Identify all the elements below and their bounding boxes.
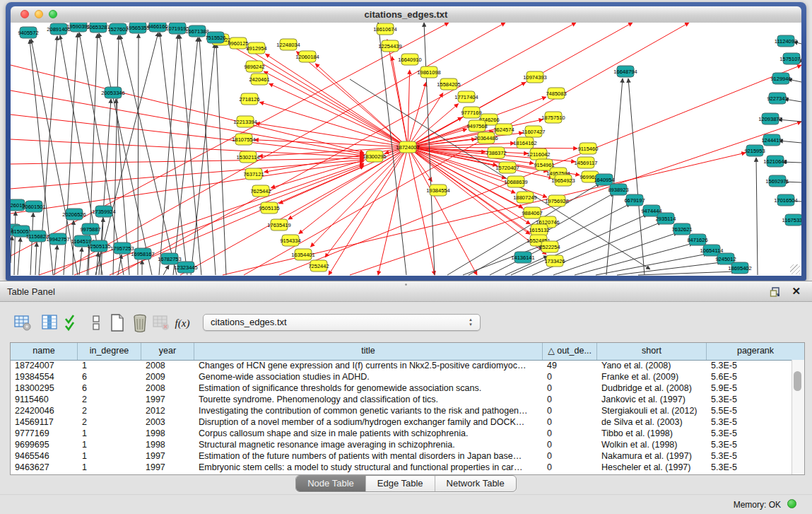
graph-edge-black[interactable] — [96, 252, 98, 275]
graph-node[interactable]: 7625442 — [250, 185, 271, 197]
graph-node[interactable]: 9129946 — [770, 73, 791, 84]
unselect-all-icon[interactable] — [86, 313, 106, 333]
graph-node[interactable]: 11607427 — [522, 126, 546, 137]
graph-node[interactable]: 10688639 — [504, 176, 527, 187]
graph-node[interactable]: 1527602 — [107, 23, 128, 35]
column-header-out_de[interactable]: △ out_de... — [543, 343, 597, 360]
graph-edge-red[interactable] — [392, 57, 408, 147]
table-vertical-scrollbar[interactable] — [792, 360, 804, 474]
graph-edge-red[interactable] — [329, 147, 408, 275]
graph-node[interactable]: 19565355 — [126, 23, 149, 33]
table-row[interactable]: 1830029562008Estimation of significance … — [11, 382, 792, 394]
graph-edge-black[interactable] — [779, 141, 801, 143]
graph-edge-red[interactable] — [259, 102, 408, 147]
graph-node[interactable]: 8471626 — [687, 234, 707, 245]
graph-node[interactable]: 6679197 — [624, 194, 645, 206]
graph-node[interactable]: 14136141 — [511, 252, 534, 263]
graph-edge-black[interactable] — [199, 37, 216, 275]
graph-edge-black[interactable] — [163, 265, 169, 275]
graph-edge-red[interactable] — [408, 93, 443, 147]
table-row[interactable]: 911546021997Tourette syndrome. Phenomeno… — [11, 394, 792, 405]
graph-node[interactable]: 7515526 — [205, 32, 225, 43]
graph-node[interactable]: 9497568 — [466, 120, 487, 132]
column-visibility-icon[interactable] — [40, 313, 59, 333]
graph-node[interactable]: 11675330 — [782, 214, 801, 226]
network-window-titlebar[interactable]: citations_edges.txt — [11, 6, 801, 23]
graph-edge-red[interactable] — [408, 70, 410, 147]
graph-edge-black[interactable] — [191, 44, 215, 275]
graph-node[interactable]: 18300295 — [363, 151, 386, 162]
graph-edge-red[interactable] — [117, 23, 576, 275]
graph-node[interactable]: 9975887 — [80, 223, 100, 235]
graph-node[interactable]: 11124093 — [775, 35, 797, 47]
graph-edge-black[interactable] — [73, 221, 73, 275]
graph-edge-black[interactable] — [160, 33, 187, 275]
graph-node[interactable]: 2420461 — [249, 74, 269, 85]
table-row[interactable]: 969969511998Structural magnetic resonanc… — [11, 439, 792, 450]
tab-network-table[interactable]: Network Table — [435, 476, 516, 491]
graph-node[interactable]: 8938923 — [608, 184, 628, 195]
graph-edge-black[interactable] — [638, 271, 736, 275]
graph-edge-red[interactable] — [269, 83, 408, 147]
table-selector-dropdown[interactable]: citations_edges.txt ▲▼ — [203, 314, 481, 331]
graph-node[interactable]: 19384554 — [426, 185, 449, 196]
graph-edge-black[interactable] — [18, 238, 20, 275]
graph-node[interactable]: 9505135 — [259, 202, 279, 214]
graph-node[interactable]: 17359924 — [92, 206, 115, 217]
graph-node[interactable]: 12505135 — [87, 240, 110, 252]
graph-node[interactable]: 15692971 — [765, 175, 789, 187]
graph-node[interactable]: 18107554 — [232, 134, 255, 145]
graph-edge-black[interactable] — [617, 262, 722, 275]
graph-edge-black[interactable] — [11, 236, 12, 263]
network-canvas[interactable]: 1872400779638229960125891295498962422420… — [11, 23, 801, 276]
graph-node[interactable]: 14569117 — [575, 157, 598, 168]
graph-node[interactable]: 15302114 — [237, 151, 260, 163]
graph-edge-red[interactable] — [39, 163, 364, 275]
graph-node[interactable]: 15584205 — [437, 78, 460, 90]
graph-edge-red[interactable] — [325, 147, 408, 257]
graph-node[interactable]: 2522254 — [539, 241, 560, 252]
graph-node[interactable]: 12060184 — [295, 51, 319, 62]
graph-edge-red[interactable] — [408, 82, 426, 147]
table-row[interactable]: 1872400712008Changes of HCN gene express… — [11, 360, 792, 371]
graph-node[interactable]: 15720407 — [495, 162, 519, 173]
graph-node[interactable]: 7485083 — [546, 88, 566, 99]
graph-node[interactable]: 1733426 — [544, 255, 565, 267]
graph-node[interactable]: 16210643 — [763, 156, 787, 167]
graph-node[interactable]: 10653287 — [86, 23, 110, 33]
new-table-icon[interactable] — [107, 313, 127, 333]
graph-node[interactable]: 20601501 — [22, 201, 45, 212]
tab-edge-table[interactable]: Edge Table — [366, 476, 435, 491]
close-panel-icon[interactable]: ✕ — [792, 285, 801, 298]
table-settings-icon[interactable] — [13, 313, 33, 333]
graph-edge-black[interactable] — [54, 245, 57, 275]
graph-node[interactable]: 9215953 — [744, 145, 765, 156]
table-row[interactable]: 1938455462009Genome-wide association stu… — [11, 371, 792, 382]
graph-node[interactable]: 19942757 — [46, 233, 69, 245]
graph-node[interactable]: 16640910 — [398, 54, 421, 65]
graph-node[interactable]: 16354401 — [291, 249, 314, 260]
select-all-icon[interactable] — [62, 313, 82, 333]
canvas-resize-grip[interactable] — [790, 264, 800, 274]
table-row[interactable]: 2242004622012Investigating the contribut… — [11, 405, 792, 416]
graph-edge-red[interactable] — [247, 49, 408, 147]
tab-node-table[interactable]: Node Table — [296, 476, 366, 491]
graph-node[interactable]: 19756928 — [545, 195, 568, 206]
graph-node[interactable]: 9115460 — [578, 143, 599, 154]
graph-node[interactable]: 17635419 — [267, 219, 290, 230]
graph-node[interactable]: 16958167 — [131, 248, 154, 259]
graph-edge-red[interactable] — [11, 158, 364, 164]
graph-node[interactable]: 20206526 — [62, 209, 86, 220]
graph-node[interactable]: 18757510 — [541, 112, 565, 123]
graph-node[interactable]: 16648794 — [613, 66, 637, 77]
graph-node[interactable]: 12248034 — [276, 39, 300, 50]
graph-node[interactable]: 2718126 — [239, 93, 259, 105]
graph-edge-black[interactable] — [14, 211, 16, 275]
graph-node[interactable]: 12323445 — [174, 262, 197, 273]
column-header-short[interactable]: short — [597, 343, 707, 360]
graph-edge-red[interactable] — [296, 52, 408, 147]
graph-hub-node[interactable]: 18724007 — [396, 141, 419, 153]
table-row[interactable]: 946554611997Estimation of the future num… — [11, 450, 792, 462]
graph-node[interactable]: 17717404 — [454, 91, 478, 103]
delete-table-icon[interactable] — [130, 313, 150, 333]
